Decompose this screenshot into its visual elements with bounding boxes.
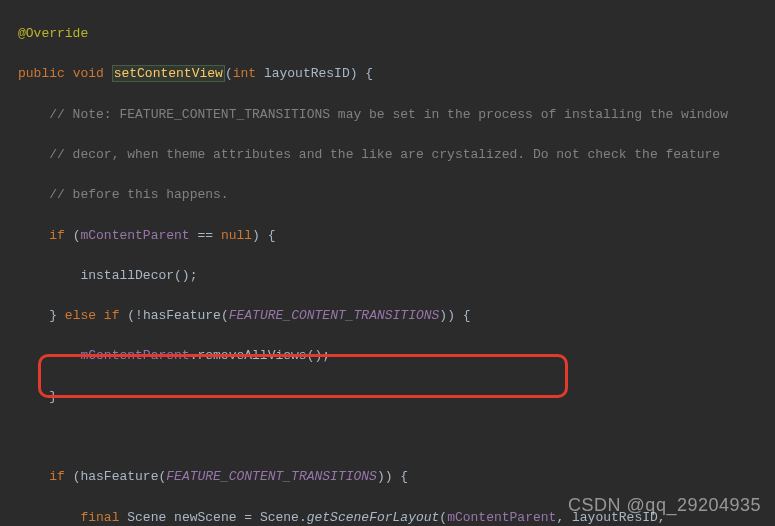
call-installdecor: installDecor(); [80,268,197,283]
comment-line-3: // before this happens. [49,187,228,202]
kw-int: int [233,66,256,81]
call-getsceneforlayout: getSceneForLayout [307,510,440,525]
watermark: CSDN @qq_29204935 [568,492,761,520]
kw-void: void [73,66,104,81]
const-feature-content-transitions: FEATURE_CONTENT_TRANSITIONS [229,308,440,323]
method-name-setcontentview: setContentView [112,65,225,82]
kw-public: public [18,66,65,81]
param-layoutresid: layoutResID [264,66,350,81]
comment-line-2: // decor, when theme attributes and the … [49,147,720,162]
annotation-override: @Override [18,26,88,41]
field-mcontentparent: mContentParent [80,228,189,243]
comment-line-1: // Note: FEATURE_CONTENT_TRANSITIONS may… [49,107,728,122]
code-editor: @Override public void setContentView(int… [0,0,775,526]
